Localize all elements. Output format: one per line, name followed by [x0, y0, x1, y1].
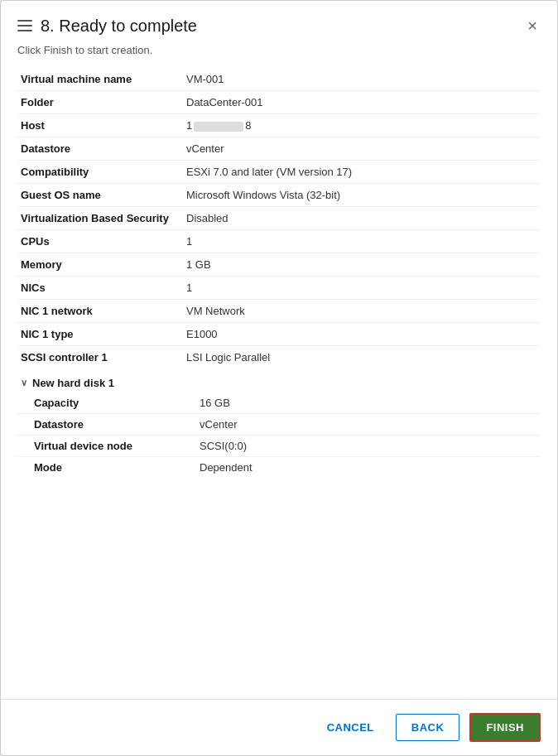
- row-label: Virtualization Based Security: [17, 207, 183, 230]
- row-value: 1: [183, 277, 541, 300]
- row-value: SCSI(0:0): [183, 436, 541, 457]
- table-row: DatastorevCenter: [17, 414, 541, 436]
- table-row: Guest OS nameMicrosoft Windows Vista (32…: [17, 184, 541, 207]
- row-value: ESXi 7.0 and later (VM version 17): [183, 161, 541, 184]
- row-label: NICs: [17, 277, 183, 300]
- table-row: Host18: [17, 114, 541, 137]
- table-row: CPUs1: [17, 230, 541, 253]
- table-row: NIC 1 typeE1000: [17, 323, 541, 346]
- row-label: Virtual device node: [17, 436, 183, 457]
- table-row: Memory1 GB: [17, 253, 541, 277]
- row-value: 16 GB: [183, 392, 541, 414]
- row-value: VM-001: [183, 68, 541, 91]
- row-label: Datastore: [17, 414, 183, 436]
- menu-icon[interactable]: [17, 20, 32, 31]
- row-label: Guest OS name: [17, 184, 183, 207]
- row-label: Capacity: [17, 392, 183, 414]
- row-value: E1000: [183, 323, 541, 346]
- chevron-down-icon: ∨: [21, 378, 27, 388]
- table-row: DatastorevCenter: [17, 137, 541, 161]
- hard-disk-title: New hard disk 1: [32, 377, 114, 389]
- close-icon[interactable]: ×: [524, 16, 541, 36]
- dialog-title: 8. Ready to complete: [41, 17, 197, 36]
- row-value: 18: [183, 114, 541, 137]
- row-label: SCSI controller 1: [17, 346, 183, 369]
- table-row: Virtual machine nameVM-001: [17, 68, 541, 91]
- row-label: Host: [17, 114, 183, 137]
- host-blur: [194, 122, 243, 132]
- row-value: DataCenter-001: [183, 91, 541, 114]
- back-button[interactable]: BACK: [396, 714, 460, 741]
- table-row: ModeDependent: [17, 457, 541, 479]
- row-value: vCenter: [183, 414, 541, 436]
- table-row: NICs1: [17, 277, 541, 300]
- dialog-footer: CANCEL BACK FINISH: [1, 699, 557, 755]
- row-value: Microsoft Windows Vista (32-bit): [183, 184, 541, 207]
- row-label: Virtual machine name: [17, 68, 183, 91]
- summary-table: Virtual machine nameVM-001FolderDataCent…: [17, 68, 541, 368]
- hard-disk-section-header: ∨ New hard disk 1: [17, 368, 541, 392]
- header-left: 8. Ready to complete: [17, 17, 197, 36]
- dialog-header: 8. Ready to complete ×: [1, 1, 557, 41]
- row-value: Disabled: [183, 207, 541, 230]
- ready-to-complete-dialog: 8. Ready to complete × Click Finish to s…: [0, 0, 558, 756]
- row-value: vCenter: [183, 137, 541, 161]
- row-label: Datastore: [17, 137, 183, 161]
- table-row: SCSI controller 1LSI Logic Parallel: [17, 346, 541, 369]
- dialog-subtitle: Click Finish to start creation.: [1, 41, 557, 68]
- table-row: NIC 1 networkVM Network: [17, 300, 541, 323]
- table-row: CompatibilityESXi 7.0 and later (VM vers…: [17, 161, 541, 184]
- row-label: NIC 1 type: [17, 323, 183, 346]
- table-row: FolderDataCenter-001: [17, 91, 541, 114]
- dialog-body: Virtual machine nameVM-001FolderDataCent…: [1, 68, 557, 699]
- row-value: LSI Logic Parallel: [183, 346, 541, 369]
- cancel-button[interactable]: CANCEL: [315, 715, 386, 740]
- row-value: 1: [183, 230, 541, 253]
- row-label: Compatibility: [17, 161, 183, 184]
- row-value: 1 GB: [183, 253, 541, 277]
- row-value: Dependent: [183, 457, 541, 479]
- hard-disk-table: Capacity16 GBDatastorevCenterVirtual dev…: [17, 392, 541, 478]
- row-label: Mode: [17, 457, 183, 479]
- table-row: Capacity16 GB: [17, 392, 541, 414]
- table-row: Virtual device nodeSCSI(0:0): [17, 436, 541, 457]
- row-label: NIC 1 network: [17, 300, 183, 323]
- host-value: 18: [186, 119, 251, 132]
- row-label: CPUs: [17, 230, 183, 253]
- table-row: Virtualization Based SecurityDisabled: [17, 207, 541, 230]
- row-label: Memory: [17, 253, 183, 277]
- row-value: VM Network: [183, 300, 541, 323]
- row-label: Folder: [17, 91, 183, 114]
- finish-button[interactable]: FINISH: [469, 713, 541, 742]
